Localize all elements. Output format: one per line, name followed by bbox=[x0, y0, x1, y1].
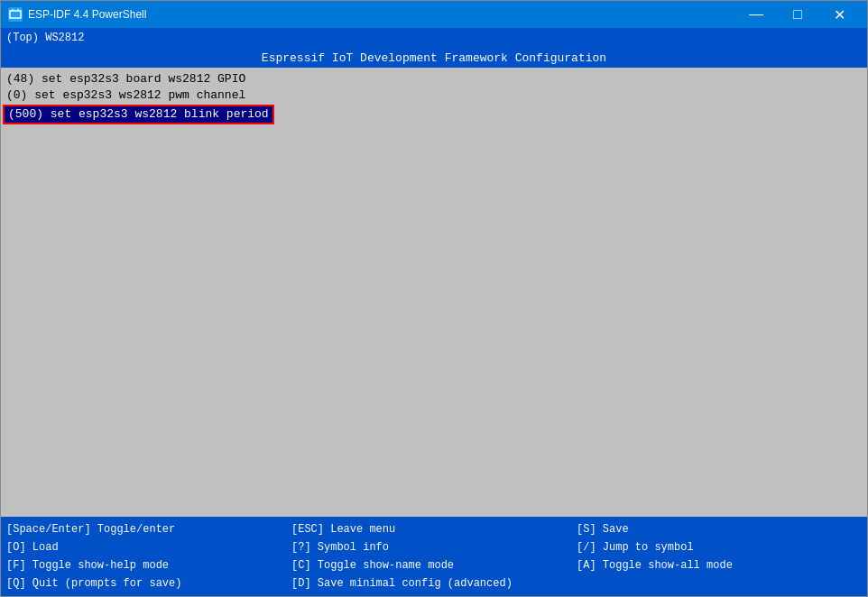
menu-bar: (Top) WS2812 bbox=[1, 28, 867, 48]
bottom-bar: [Space/Enter] Toggle/enter [ESC] Leave m… bbox=[1, 517, 867, 596]
minimize-button[interactable]: — bbox=[735, 1, 777, 28]
config-line-2[interactable]: (0) set esp32s3 ws2812 pwm channel bbox=[3, 87, 865, 104]
bottom-col-1-2[interactable]: [ESC] Leave menu bbox=[291, 520, 577, 538]
bottom-row-1: [Space/Enter] Toggle/enter [ESC] Leave m… bbox=[6, 520, 862, 538]
svg-rect-0 bbox=[10, 11, 21, 18]
app-icon bbox=[8, 7, 23, 22]
config-line-3-wrapper: (500) set esp32s3 ws2812 blink period bbox=[3, 105, 865, 124]
window-title: ESP-IDF 4.4 PowerShell bbox=[28, 8, 735, 21]
bottom-col-3-1[interactable]: [F] Toggle show-help mode bbox=[6, 556, 291, 574]
bottom-row-4: [Q] Quit (prompts for save) [D] Save min… bbox=[6, 574, 862, 592]
bottom-col-2-3[interactable]: [/] Jump to symbol bbox=[577, 538, 862, 556]
maximize-button[interactable]: □ bbox=[777, 1, 818, 28]
menu-bar-text: (Top) WS2812 bbox=[6, 32, 84, 44]
bottom-row-2: [O] Load [?] Symbol info [/] Jump to sym… bbox=[6, 538, 862, 556]
config-line-3-selected[interactable]: (500) set esp32s3 ws2812 blink period bbox=[3, 105, 274, 124]
window-controls: — □ ✕ bbox=[735, 1, 860, 28]
main-window: ESP-IDF 4.4 PowerShell — □ ✕ (Top) WS281… bbox=[0, 0, 868, 597]
bottom-col-4-2[interactable]: [D] Save minimal config (advanced) bbox=[291, 574, 577, 592]
header-bar: Espressif IoT Development Framework Conf… bbox=[1, 48, 867, 68]
bottom-col-4-3 bbox=[577, 574, 862, 592]
bottom-col-4-1[interactable]: [Q] Quit (prompts for save) bbox=[6, 574, 291, 592]
title-bar: ESP-IDF 4.4 PowerShell — □ ✕ bbox=[1, 1, 867, 28]
bottom-col-2-1[interactable]: [O] Load bbox=[6, 538, 291, 556]
bottom-row-3: [F] Toggle show-help mode [C] Toggle sho… bbox=[6, 556, 862, 574]
bottom-col-1-3[interactable]: [S] Save bbox=[577, 520, 862, 538]
bottom-col-2-2[interactable]: [?] Symbol info bbox=[291, 538, 577, 556]
bottom-col-3-3[interactable]: [A] Toggle show-all mode bbox=[577, 556, 862, 574]
close-button[interactable]: ✕ bbox=[818, 1, 860, 28]
main-content: (48) set esp32s3 board ws2812 GPIO (0) s… bbox=[1, 68, 867, 517]
bottom-col-1-1[interactable]: [Space/Enter] Toggle/enter bbox=[6, 520, 291, 538]
header-title: Espressif IoT Development Framework Conf… bbox=[262, 51, 606, 65]
bottom-col-3-2[interactable]: [C] Toggle show-name mode bbox=[291, 556, 577, 574]
config-line-1[interactable]: (48) set esp32s3 board ws2812 GPIO bbox=[3, 71, 865, 87]
